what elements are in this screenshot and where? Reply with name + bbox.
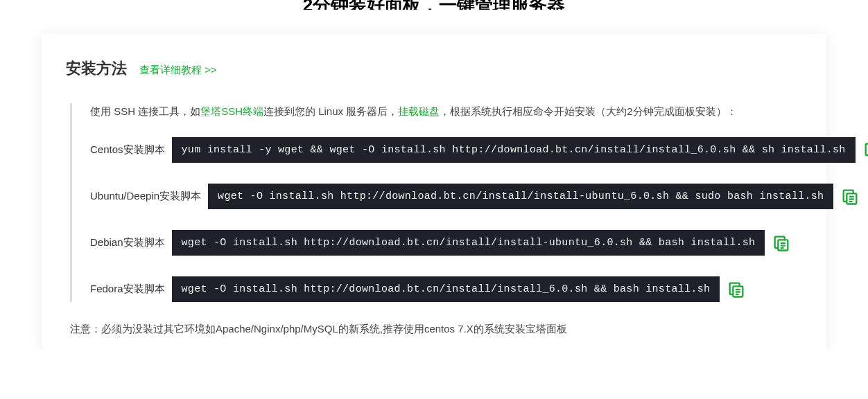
tutorial-link[interactable]: 查看详细教程 >>	[139, 64, 217, 77]
copy-icon[interactable]	[862, 141, 868, 160]
instruction-mid1: 连接到您的 Linux 服务器后，	[263, 105, 398, 117]
ssh-terminal-link[interactable]: 堡塔SSH终端	[200, 105, 263, 117]
script-row: Centos安装脚本yum install -y wget && wget -O…	[90, 137, 802, 163]
instruction-text: 使用 SSH 连接工具，如堡塔SSH终端连接到您的 Linux 服务器后，挂载磁…	[90, 103, 802, 120]
notice-text: 注意：必须为没装过其它环境如Apache/Nginx/php/MySQL的新系统…	[70, 323, 802, 336]
copy-icon[interactable]	[727, 280, 746, 299]
instruction-prefix: 使用 SSH 连接工具，如	[90, 105, 200, 117]
instructions-block: 使用 SSH 连接工具，如堡塔SSH终端连接到您的 Linux 服务器后，挂载磁…	[70, 103, 802, 302]
section-header: 安装方法 查看详细教程 >>	[66, 58, 802, 79]
copy-icon[interactable]	[840, 187, 860, 206]
script-code: yum install -y wget && wget -O install.s…	[172, 137, 856, 163]
script-row: Fedora安装脚本wget -O install.sh http://down…	[90, 276, 802, 302]
instruction-suffix: ，根据系统执行相应命令开始安装（大约2分钟完成面板安装）：	[440, 105, 736, 117]
script-row: Debian安装脚本wget -O install.sh http://down…	[90, 230, 802, 256]
mount-disk-link[interactable]: 挂载磁盘	[398, 105, 440, 117]
script-code: wget -O install.sh http://download.bt.cn…	[172, 276, 720, 302]
script-row: Ubuntu/Deepin安装脚本wget -O install.sh http…	[90, 184, 802, 209]
script-code: wget -O install.sh http://download.bt.cn…	[208, 184, 833, 209]
script-code: wget -O install.sh http://download.bt.cn…	[172, 230, 765, 256]
copy-icon[interactable]	[772, 233, 791, 253]
page-title: 2分钟装好面板，一键管理服务器	[0, 0, 868, 10]
script-label: Fedora安装脚本	[90, 283, 165, 296]
script-label: Debian安装脚本	[90, 236, 165, 249]
script-label: Centos安装脚本	[90, 143, 165, 157]
section-title: 安装方法	[66, 58, 127, 79]
install-card: 安装方法 查看详细教程 >> 使用 SSH 连接工具，如堡塔SSH终端连接到您的…	[42, 34, 826, 350]
script-label: Ubuntu/Deepin安装脚本	[90, 190, 201, 203]
